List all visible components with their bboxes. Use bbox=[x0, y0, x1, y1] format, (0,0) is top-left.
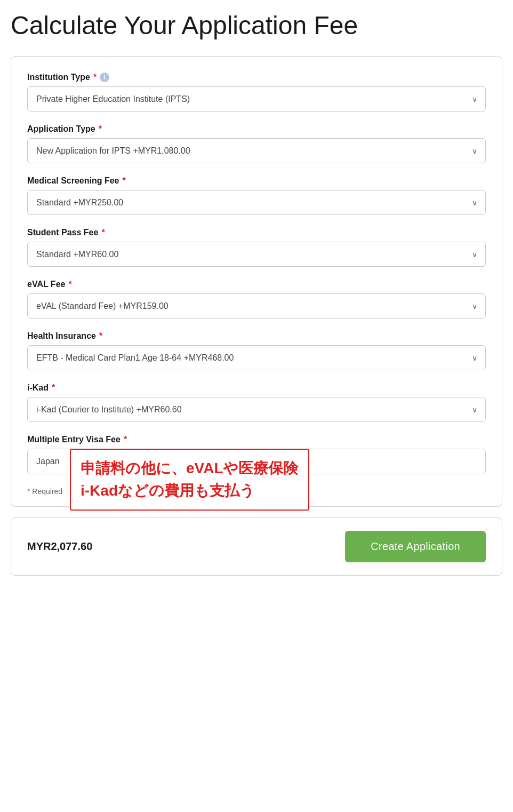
institution-type-select[interactable]: Private Higher Education Institute (IPTS… bbox=[27, 86, 486, 112]
eval-fee-group: eVAL Fee* eVAL (Standard Fee) +MYR159.00… bbox=[27, 280, 486, 319]
page-title: Calculate Your Application Fee bbox=[11, 11, 502, 40]
eval-fee-select-wrapper: eVAL (Standard Fee) +MYR159.00None ∨ bbox=[27, 293, 486, 319]
multiple-entry-visa-group: Multiple Entry Visa Fee* 申請料の他に、eVALや医療保… bbox=[27, 435, 486, 474]
application-type-label: Application Type* bbox=[27, 124, 486, 134]
medical-screening-fee-select-wrapper: Standard +MYR250.00Express ∨ bbox=[27, 190, 486, 215]
eval-fee-label: eVAL Fee* bbox=[27, 280, 486, 289]
application-type-select[interactable]: New Application for IPTS +MYR1,080.00Ren… bbox=[27, 138, 486, 163]
multiple-entry-visa-container: 申請料の他に、eVALや医療保険 i-Kadなどの費用も支払う bbox=[27, 449, 486, 474]
institution-type-group: Institution Type* i Private Higher Educa… bbox=[27, 73, 486, 112]
institution-type-label: Institution Type* i bbox=[27, 73, 486, 82]
application-type-select-wrapper: New Application for IPTS +MYR1,080.00Ren… bbox=[27, 138, 486, 163]
student-pass-fee-select-wrapper: Standard +MYR60.00Express ∨ bbox=[27, 242, 486, 267]
form-card: Institution Type* i Private Higher Educa… bbox=[11, 56, 502, 507]
student-pass-fee-select[interactable]: Standard +MYR60.00Express bbox=[27, 242, 486, 267]
tooltip-overlay: 申請料の他に、eVALや医療保険 i-Kadなどの費用も支払う bbox=[70, 449, 309, 511]
tooltip-line2: i-Kadなどの費用も支払う bbox=[81, 480, 299, 502]
bottom-bar: MYR2,077.60 Create Application bbox=[11, 518, 502, 576]
tooltip-line1: 申請料の他に、eVALや医療保険 bbox=[81, 457, 299, 480]
student-pass-fee-label: Student Pass Fee* bbox=[27, 228, 486, 237]
health-insurance-select[interactable]: EFTB - Medical Card Plan1 Age 18-64 +MYR… bbox=[27, 345, 486, 370]
ikad-group: i-Kad* i-Kad (Courier to Institute) +MYR… bbox=[27, 383, 486, 422]
health-insurance-label: Health Insurance* bbox=[27, 331, 486, 341]
health-insurance-select-wrapper: EFTB - Medical Card Plan1 Age 18-64 +MYR… bbox=[27, 345, 486, 370]
eval-fee-select[interactable]: eVAL (Standard Fee) +MYR159.00None bbox=[27, 293, 486, 319]
institution-type-select-wrapper: Private Higher Education Institute (IPTS… bbox=[27, 86, 486, 112]
health-insurance-group: Health Insurance* EFTB - Medical Card Pl… bbox=[27, 331, 486, 370]
total-amount: MYR2,077.60 bbox=[27, 540, 92, 553]
ikad-select[interactable]: i-Kad (Courier to Institute) +MYR60.60Se… bbox=[27, 397, 486, 422]
application-type-group: Application Type* New Application for IP… bbox=[27, 124, 486, 163]
ikad-label: i-Kad* bbox=[27, 383, 486, 393]
ikad-select-wrapper: i-Kad (Courier to Institute) +MYR60.60Se… bbox=[27, 397, 486, 422]
institution-type-info-icon[interactable]: i bbox=[100, 73, 109, 82]
student-pass-fee-group: Student Pass Fee* Standard +MYR60.00Expr… bbox=[27, 228, 486, 267]
create-application-button[interactable]: Create Application bbox=[345, 531, 486, 562]
medical-screening-fee-select[interactable]: Standard +MYR250.00Express bbox=[27, 190, 486, 215]
medical-screening-fee-label: Medical Screening Fee* bbox=[27, 176, 486, 186]
medical-screening-fee-group: Medical Screening Fee* Standard +MYR250.… bbox=[27, 176, 486, 215]
multiple-entry-visa-label: Multiple Entry Visa Fee* bbox=[27, 435, 486, 444]
